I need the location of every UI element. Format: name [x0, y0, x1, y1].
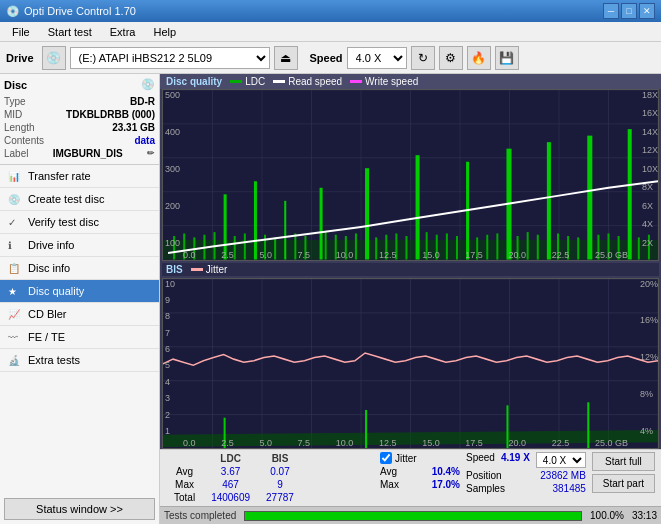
nav-verify-test-disc[interactable]: ✓ Verify test disc — [0, 211, 159, 234]
ldc-chart: 18X 16X 14X 12X 10X 500 400 300 200 100 … — [162, 89, 659, 261]
maximize-button[interactable]: □ — [621, 3, 637, 19]
nav-transfer-rate[interactable]: 📊 Transfer rate — [0, 165, 159, 188]
disc-info-panel: Disc 💿 Type BD-R MID TDKBLDRBB (000) Len… — [0, 74, 159, 165]
disc-type-value: BD-R — [130, 96, 155, 107]
legend-read-speed-color — [273, 80, 285, 83]
svg-rect-26 — [628, 129, 632, 259]
nav-create-test-disc[interactable]: 💿 Create test disc — [0, 188, 159, 211]
disc-section-header: Disc 💿 — [4, 78, 155, 91]
jitter-checkbox[interactable] — [380, 452, 392, 464]
disc-type-label: Type — [4, 96, 26, 107]
progress-fill — [245, 512, 581, 520]
speed-stats: Speed 4.19 X 4.0 X Position 23862 MB Sam… — [466, 452, 586, 494]
main-layout: Disc 💿 Type BD-R MID TDKBLDRBB (000) Len… — [0, 74, 661, 524]
disc-label-label: Label — [4, 148, 28, 159]
transfer-rate-icon: 📊 — [8, 171, 22, 182]
drive-info-icon: ℹ — [8, 240, 22, 251]
samples-label: Samples — [466, 483, 505, 494]
nav-verify-test-disc-label: Verify test disc — [28, 216, 99, 228]
bis-x-labels: 0.02.55.07.510.012.515.017.520.022.525.0… — [183, 438, 628, 448]
ldc-x-labels: 0.02.55.07.510.012.515.017.520.022.525.0… — [183, 250, 628, 260]
speed-select[interactable]: 4.0 X — [347, 47, 407, 69]
nav-drive-info[interactable]: ℹ Drive info — [0, 234, 159, 257]
sidebar: Disc 💿 Type BD-R MID TDKBLDRBB (000) Len… — [0, 74, 160, 524]
stats-total-bis: 27787 — [258, 491, 302, 504]
nav-cd-bler-label: CD Bler — [28, 308, 67, 320]
nav-create-test-disc-label: Create test disc — [28, 193, 104, 205]
stats-avg-label: Avg — [166, 465, 203, 478]
content-area: Disc quality LDC Read speed Write speed — [160, 74, 661, 524]
stats-avg-bis: 0.07 — [258, 465, 302, 478]
menu-help[interactable]: Help — [145, 24, 184, 40]
start-full-button[interactable]: Start full — [592, 452, 655, 471]
stats-header-empty — [166, 452, 203, 465]
chart-header: Disc quality LDC Read speed Write speed — [160, 74, 661, 89]
nav-disc-quality[interactable]: ★ Disc quality — [0, 280, 159, 303]
title-bar: 💿 Opti Drive Control 1.70 ─ □ ✕ — [0, 0, 661, 22]
nav-fe-te[interactable]: 〰 FE / TE — [0, 326, 159, 349]
speed-label: Speed — [310, 52, 343, 64]
disc-label-row: Label IMGBURN_DIS ✏ — [4, 147, 155, 160]
settings-button[interactable]: ⚙ — [439, 46, 463, 70]
stats-header-bis: BIS — [258, 452, 302, 465]
bis-chart: 10 9 8 7 6 5 4 3 2 1 0.02.55.07.510.012.… — [162, 278, 659, 450]
svg-rect-62 — [638, 237, 640, 259]
progress-time: 33:13 — [632, 510, 657, 521]
drive-select[interactable]: (E:) ATAPI iHBS212 2 5L09 — [70, 47, 270, 69]
jitter-max-row: Max 17.0% — [380, 479, 460, 490]
app-icon: 💿 — [6, 5, 20, 18]
legend-read-speed: Read speed — [273, 76, 342, 87]
speed-stat-value: 4.19 X — [501, 452, 530, 468]
charts-wrapper: 18X 16X 14X 12X 10X 500 400 300 200 100 … — [160, 89, 661, 449]
stats-avg-row: Avg 3.67 0.07 — [166, 465, 302, 478]
legend-write-speed-label: Write speed — [365, 76, 418, 87]
bis-y-right-labels: 20% 16% 12% 8% 4% — [640, 279, 658, 437]
drive-icon-btn[interactable]: 💿 — [42, 46, 66, 70]
refresh-button[interactable]: ↻ — [411, 46, 435, 70]
nav-fe-te-label: FE / TE — [28, 331, 65, 343]
bis-y-labels: 10 9 8 7 6 5 4 3 2 1 — [165, 279, 175, 437]
speed-stat-select[interactable]: 4.0 X — [536, 452, 586, 468]
close-button[interactable]: ✕ — [639, 3, 655, 19]
menu-extra[interactable]: Extra — [102, 24, 144, 40]
nav-disc-info[interactable]: 📋 Disc info — [0, 257, 159, 280]
svg-rect-17 — [254, 181, 257, 259]
disc-label-icon: ✏ — [147, 148, 155, 159]
toolbar: Drive 💿 (E:) ATAPI iHBS212 2 5L09 ⏏ Spee… — [0, 42, 661, 74]
verify-test-disc-icon: ✓ — [8, 217, 22, 228]
legend-jitter: Jitter — [191, 264, 228, 275]
legend-ldc: LDC — [230, 76, 265, 87]
status-text: Tests completed — [164, 510, 236, 521]
disc-type-row: Type BD-R — [4, 95, 155, 108]
nav-items: 📊 Transfer rate 💿 Create test disc ✓ Ver… — [0, 165, 159, 494]
save-button[interactable]: 💾 — [495, 46, 519, 70]
menu-file[interactable]: File — [4, 24, 38, 40]
legend-jitter-color — [191, 268, 203, 271]
title-bar-controls: ─ □ ✕ — [603, 3, 655, 19]
status-window-button[interactable]: Status window >> — [4, 498, 155, 520]
progress-percent: 100.0% — [590, 510, 624, 521]
svg-rect-25 — [587, 136, 592, 260]
progress-bar-container: Tests completed 100.0% 33:13 — [160, 506, 661, 524]
jitter-avg-label: Avg — [380, 466, 397, 477]
start-part-button[interactable]: Start part — [592, 474, 655, 493]
legend-jitter-label: Jitter — [206, 264, 228, 275]
nav-extra-tests[interactable]: 🔬 Extra tests — [0, 349, 159, 372]
legend-read-speed-label: Read speed — [288, 76, 342, 87]
position-value: 23862 MB — [540, 470, 586, 481]
legend-ldc-label: LDC — [245, 76, 265, 87]
nav-cd-bler[interactable]: 📈 CD Bler — [0, 303, 159, 326]
stats-avg-ldc: 3.67 — [203, 465, 258, 478]
nav-disc-quality-label: Disc quality — [28, 285, 84, 297]
menu-start-test[interactable]: Start test — [40, 24, 100, 40]
eject-button[interactable]: ⏏ — [274, 46, 298, 70]
minimize-button[interactable]: ─ — [603, 3, 619, 19]
svg-rect-20 — [365, 168, 369, 259]
burn-button[interactable]: 🔥 — [467, 46, 491, 70]
nav-extra-tests-label: Extra tests — [28, 354, 80, 366]
jitter-checkbox-row: Jitter — [380, 452, 460, 464]
stats-bar: LDC BIS Avg 3.67 0.07 Max 467 9 Total — [160, 449, 661, 506]
position-label: Position — [466, 470, 502, 481]
disc-mid-label: MID — [4, 109, 22, 120]
bis-chart-header: BIS Jitter — [162, 263, 659, 276]
